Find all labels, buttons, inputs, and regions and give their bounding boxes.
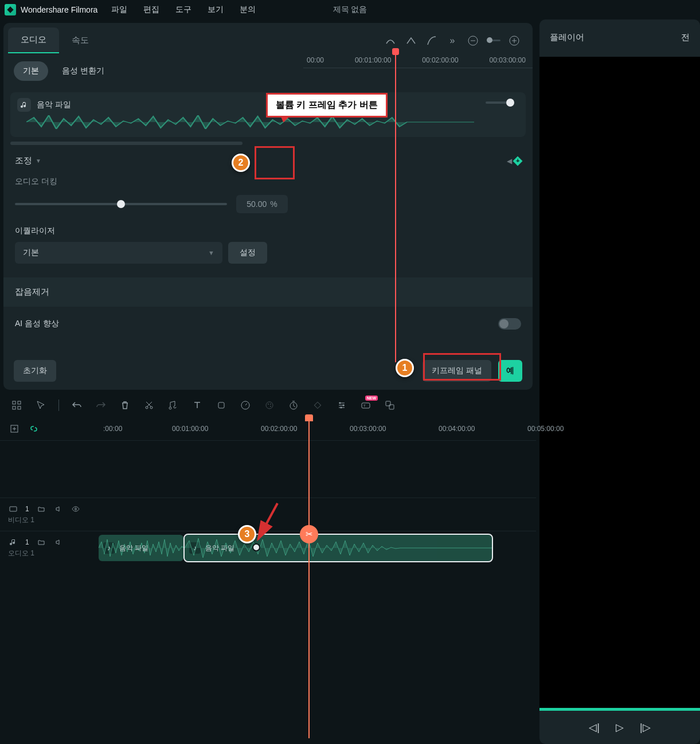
subtitle-icon[interactable]: TNEW [359,399,372,412]
svg-rect-6 [18,401,21,404]
ducking-slider[interactable] [15,203,227,205]
audio-clip-2[interactable]: ♪ 음악 파일 [185,535,492,561]
subtab-basic[interactable]: 기본 [14,61,48,81]
curve-tool-3-icon[interactable] [425,34,439,48]
redo-icon[interactable] [95,399,107,412]
video-track-name: 비디오 1 [8,515,97,525]
link-icon[interactable] [28,422,40,435]
translate-icon[interactable] [384,399,396,412]
timeline-lanes[interactable]: ♪ 음악 파일 ♪ 음악 파일 ✂ [97,440,536,744]
add-keyframe-button[interactable] [513,156,523,166]
svg-point-15 [270,404,271,405]
svg-rect-5 [13,401,15,404]
menu-items: 파일 편집 도구 보기 분의 [111,5,256,15]
timeline-toolbar: TNEW [0,393,536,417]
menu-bar: Wondershare Filmora 파일 편집 도구 보기 분의 제목 없음 [0,0,700,19]
svg-point-20 [343,405,345,406]
audio-track-header[interactable]: 1 오디오 1 [0,531,97,564]
scissors-icon[interactable]: ✂ [300,525,318,543]
timer-icon[interactable] [287,399,300,412]
annotation-badge-1: 1 [396,359,414,377]
svg-point-16 [270,406,271,407]
folder-icon[interactable] [36,537,46,547]
curve-tool-2-icon[interactable] [404,34,418,48]
keyframe-prev-icon[interactable]: ◀ [507,157,512,165]
timeline-playhead[interactable]: ✂ [308,417,310,738]
chevron-down-icon: ▼ [36,158,41,164]
crop-icon[interactable] [215,399,228,412]
zoom-out-icon[interactable] [466,34,480,48]
denoise-section-title[interactable]: 잡음제거 [3,277,533,307]
folder-icon[interactable] [36,504,46,514]
toolbar-divider [58,400,59,411]
svg-point-10 [150,406,152,409]
grid-icon[interactable] [10,399,23,412]
color-icon[interactable] [263,399,276,412]
property-tabs: 오디오 속도 » [3,23,533,53]
zoom-slider[interactable] [487,34,500,48]
audio-edit-icon[interactable] [167,399,179,412]
mute-icon[interactable] [53,504,64,514]
delete-icon[interactable] [119,399,131,412]
menu-analysis[interactable]: 분의 [240,5,256,15]
player-viewport[interactable] [539,57,700,708]
clip-label: 음악 파일 [119,543,148,553]
app-name: Wondershare Filmora [21,5,97,14]
prev-frame-icon[interactable]: ◁| [589,721,600,734]
menu-edit[interactable]: 편집 [143,5,159,15]
next-frame-icon[interactable]: |▷ [640,721,651,734]
video-track-lane[interactable] [97,498,536,531]
filmora-icon [5,4,16,15]
tab-audio[interactable]: 오디오 [8,28,59,53]
eye-icon[interactable] [71,504,81,514]
timeline: 1 비디오 1 1 오디오 1 [0,440,536,744]
timeline-ruler[interactable]: :00:00 00:01:00:00 00:02:00:00 00:03:00:… [97,417,536,440]
text-icon[interactable] [191,399,204,412]
chevron-down-icon: ▼ [208,249,214,256]
mute-icon[interactable] [53,537,64,547]
yes-button[interactable]: 예 [498,360,522,382]
svg-point-9 [146,406,148,409]
equalizer-settings-button[interactable]: 설정 [228,242,267,264]
tab-speed[interactable]: 속도 [59,28,101,53]
clip-volume-slider[interactable] [486,101,514,104]
menu-file[interactable]: 파일 [111,5,127,15]
ai-voice-enhance-toggle[interactable] [498,318,521,330]
property-panel: 오디오 속도 » 기본 음성 변환기 [3,23,533,390]
audio-clip-1[interactable]: ♪ 음악 파일 [99,535,183,561]
equalizer-preset-dropdown[interactable]: 기본 ▼ [15,242,222,264]
player-tab[interactable]: 플레이어 [550,26,584,49]
play-icon[interactable]: ▷ [616,721,624,734]
curve-tool-1-icon[interactable] [384,34,397,48]
annotation-badge-2: 2 [232,154,250,172]
menu-tools[interactable]: 도구 [175,5,191,15]
cursor-icon[interactable] [34,399,47,412]
cut-icon[interactable] [143,399,155,412]
app-logo: Wondershare Filmora [5,4,97,15]
annotation-callout: 볼륨 키 프레임 추가 버튼 [266,93,388,118]
video-track-index: 1 [25,505,29,513]
keyframe-icon[interactable] [311,399,324,412]
add-track-icon[interactable] [8,422,21,435]
svg-rect-24 [386,401,390,406]
more-tools-icon[interactable]: » [445,34,459,48]
player-tab-secondary[interactable]: 전 [681,26,690,49]
video-track-header[interactable]: 1 비디오 1 [0,498,97,531]
reset-button[interactable]: 초기화 [14,360,56,382]
menu-view[interactable]: 보기 [208,5,224,15]
adjust-section-title[interactable]: 조정 ▼ [15,155,41,166]
annotation-box-2 [255,146,295,179]
clip-name-label: 음악 파일 [37,100,71,110]
subtab-voice-changer[interactable]: 음성 변환기 [53,61,114,81]
speed-icon[interactable] [239,399,252,412]
player-controls: ◁| ▷ |▷ [539,711,700,744]
player-panel: 플레이어 전 ◁| ▷ |▷ [539,19,700,744]
annotation-box-1 [423,353,501,381]
svg-point-28 [75,508,76,510]
ducking-value-box[interactable]: 50.00 % [236,195,288,213]
adjust-icon[interactable] [335,399,348,412]
zoom-in-icon[interactable] [507,34,521,48]
undo-icon[interactable] [71,399,83,412]
svg-point-21 [341,407,342,409]
timeline-ruler-row: :00:00 00:01:00:00 00:02:00:00 00:03:00:… [0,417,536,440]
